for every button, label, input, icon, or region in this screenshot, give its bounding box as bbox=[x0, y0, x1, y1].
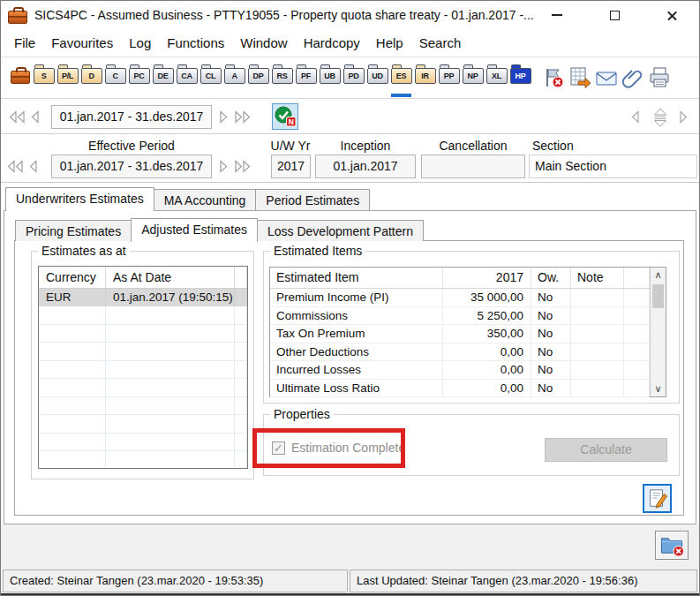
toolbar-s-icon[interactable]: S bbox=[32, 64, 56, 97]
toolbar-np-icon[interactable]: NP bbox=[461, 64, 485, 97]
estimated-item-row[interactable]: Premium Income (PI)35 000,00No bbox=[270, 289, 650, 307]
menu-hardcopy[interactable]: Hardcopy bbox=[296, 29, 368, 57]
toolbar-d-icon[interactable]: D bbox=[79, 64, 103, 97]
inception-label: Inception bbox=[315, 139, 416, 153]
scroll-right-button[interactable] bbox=[679, 110, 689, 127]
subtab-adjusted-estimates[interactable]: Adjusted Estimates bbox=[131, 218, 258, 242]
toolbar-hp-icon[interactable]: HP bbox=[508, 64, 532, 97]
toolbar-pd-icon[interactable]: PD bbox=[342, 64, 365, 97]
estimated-item-row[interactable]: Ultimate Loss Ratio0,00No bbox=[270, 380, 650, 398]
estimated-item-row[interactable]: Tax On Premium350,00No bbox=[270, 325, 650, 343]
item-cell: 0,00 bbox=[443, 361, 531, 379]
menu-help[interactable]: Help bbox=[368, 29, 411, 57]
first-record-button[interactable] bbox=[8, 110, 26, 127]
toolbar-dp-icon[interactable]: DP bbox=[246, 64, 270, 97]
close-button[interactable] bbox=[660, 4, 683, 26]
toolbar-home-button[interactable] bbox=[8, 64, 32, 97]
print-icon[interactable] bbox=[647, 65, 671, 90]
effective-period-field[interactable]: 01.jan.2017 - 31.des.2017 bbox=[51, 155, 212, 178]
menu-favourites[interactable]: Favourites bbox=[43, 29, 121, 57]
toolbar-a-icon[interactable]: A bbox=[222, 64, 246, 97]
calculate-button[interactable]: Calculate bbox=[545, 438, 667, 462]
menu-file[interactable]: File bbox=[6, 29, 43, 57]
item-cell: Ultimate Loss Ratio bbox=[270, 380, 443, 397]
toolbar-pf-icon[interactable]: PF bbox=[294, 64, 318, 97]
uw-year-field[interactable]: 2017 bbox=[271, 155, 311, 178]
estimated-items-title: Estimated Items bbox=[270, 244, 365, 258]
confirmed-status-button[interactable]: N bbox=[272, 103, 298, 130]
toolbar-xl-icon[interactable]: XL bbox=[485, 64, 508, 97]
year-column-header[interactable]: 2017 bbox=[443, 268, 531, 288]
toolbar-ir-icon[interactable]: IR bbox=[413, 64, 437, 97]
properties-group: Properties ✓ Estimation Complete Calcula… bbox=[263, 414, 680, 476]
toolbar-ub-icon[interactable]: UB bbox=[318, 64, 342, 97]
item-column-header[interactable]: Estimated Item bbox=[270, 268, 443, 288]
tab-ma-accounting[interactable]: MA Accounting bbox=[154, 189, 257, 210]
filler-column-header bbox=[624, 268, 650, 288]
period-navigator-field[interactable]: 01.jan.2017 - 31.des.2017 bbox=[51, 105, 212, 129]
first-period-button[interactable] bbox=[6, 160, 24, 177]
maximize-button[interactable] bbox=[603, 4, 626, 26]
cancellation-field[interactable] bbox=[421, 155, 525, 178]
record-spinner-icon[interactable] bbox=[651, 107, 670, 132]
scroll-left-button[interactable] bbox=[630, 110, 640, 127]
attachment-icon[interactable] bbox=[621, 65, 644, 90]
note-column-header[interactable]: Note bbox=[571, 268, 624, 288]
previous-record-button[interactable] bbox=[30, 110, 40, 127]
previous-period-button[interactable] bbox=[28, 160, 38, 177]
menu-log[interactable]: Log bbox=[121, 29, 159, 57]
edit-notes-button[interactable] bbox=[643, 484, 672, 513]
estimated-item-link[interactable]: Premium Income (PI) bbox=[270, 289, 443, 306]
email-icon[interactable] bbox=[594, 65, 618, 90]
next-record-button[interactable] bbox=[219, 110, 229, 127]
inception-field[interactable]: 01.jan.2017 bbox=[315, 155, 416, 178]
estimates-as-at-title: Estimates as at bbox=[38, 244, 130, 258]
item-cell bbox=[624, 307, 650, 325]
toolbar-pp-icon[interactable]: PP bbox=[437, 64, 461, 97]
estimation-complete-checkbox[interactable]: ✓ bbox=[272, 441, 285, 455]
item-cell bbox=[571, 289, 624, 306]
toolbar-pc-icon[interactable]: PC bbox=[127, 64, 151, 97]
toolbar-utility-strip bbox=[541, 65, 671, 90]
menu-window[interactable]: Window bbox=[232, 29, 295, 57]
tab-underwriters-estimates[interactable]: Underwriters Estimates bbox=[5, 187, 154, 211]
currency-column-header[interactable]: Currency bbox=[39, 267, 106, 288]
subtab-loss-development-pattern[interactable]: Loss Development Pattern bbox=[257, 220, 424, 241]
toolbar-c-icon[interactable]: C bbox=[103, 64, 127, 97]
export-table-icon[interactable] bbox=[568, 65, 591, 90]
menu-search[interactable]: Search bbox=[411, 29, 470, 57]
folder-glyph: PP bbox=[439, 68, 460, 84]
toolbar: SP/LDCPCDECACLADPRSPFUBPDUDESIRPPNPXLHP bbox=[1, 58, 699, 99]
toolbar-rs-icon[interactable]: RS bbox=[270, 64, 294, 97]
estimate-row-selected[interactable]: EUR 01.jan.2017 (19:50:15) bbox=[39, 289, 247, 306]
toolbar-de-icon[interactable]: DE bbox=[151, 64, 175, 97]
scroll-up-icon[interactable]: ∧ bbox=[651, 268, 666, 283]
work-area: Underwriters EstimatesMA AccountingPerio… bbox=[1, 183, 699, 524]
items-scrollbar[interactable]: ∧ ∨ bbox=[650, 268, 666, 396]
menu-functions[interactable]: Functions bbox=[159, 29, 232, 57]
toolbar-pl-icon[interactable]: P/L bbox=[56, 64, 79, 97]
remove-flag-icon[interactable] bbox=[541, 65, 565, 90]
tab-period-estimates[interactable]: Period Estimates bbox=[255, 189, 370, 210]
close-folder-button[interactable] bbox=[655, 531, 689, 560]
last-period-button[interactable] bbox=[234, 160, 252, 177]
status-last-updated: Last Updated: Steinar Tangen (23.mar.202… bbox=[350, 570, 697, 592]
scroll-down-icon[interactable]: ∨ bbox=[651, 381, 666, 396]
as-at-date-column-header[interactable]: As At Date bbox=[106, 267, 235, 288]
ow-column-header[interactable]: Ow. bbox=[531, 268, 571, 288]
estimated-item-row[interactable]: Commissions5 250,00No bbox=[270, 307, 650, 326]
minimize-button[interactable] bbox=[546, 4, 568, 26]
section-field[interactable]: Main Section bbox=[529, 155, 697, 178]
toolbar-cl-icon[interactable]: CL bbox=[199, 64, 222, 97]
estimated-item-row[interactable]: Other Deductions0,00No bbox=[270, 343, 650, 362]
subtab-pricing-estimates[interactable]: Pricing Estimates bbox=[15, 220, 132, 241]
toolbar-ud-icon[interactable]: UD bbox=[365, 64, 389, 97]
close-icon bbox=[666, 10, 678, 21]
toolbar-es-icon[interactable]: ES bbox=[389, 64, 413, 97]
scrollbar-thumb[interactable] bbox=[652, 284, 664, 308]
item-cell bbox=[571, 343, 624, 361]
next-period-button[interactable] bbox=[219, 160, 229, 177]
last-record-button[interactable] bbox=[234, 110, 252, 127]
estimated-item-row[interactable]: Incurred Losses0,00No bbox=[270, 361, 650, 380]
toolbar-ca-icon[interactable]: CA bbox=[175, 64, 199, 97]
